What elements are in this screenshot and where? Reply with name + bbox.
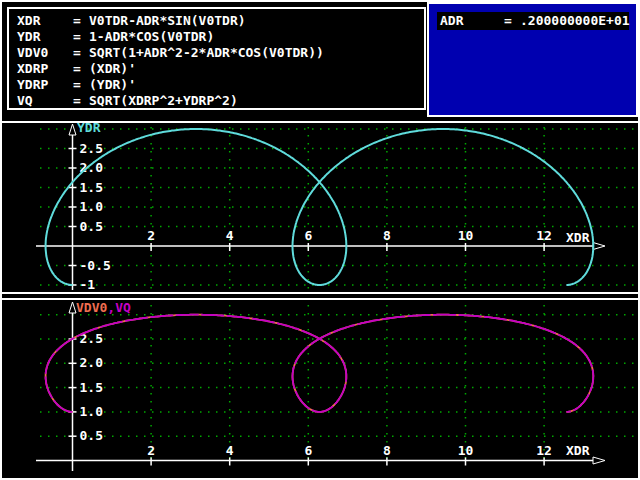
equals-sign: = <box>504 12 520 30</box>
equations-panel: XDR=V0TDR-ADR*SIN(V0TDR) YDR=1-ADR*COS(V… <box>7 7 426 110</box>
parameter-name: ADR <box>440 12 504 30</box>
equation-row: YDR=1-ADR*COS(V0TDR) <box>17 29 424 45</box>
equation-row: VDV0=SQRT(1+ADR^2-2*ADR*COS(V0TDR)) <box>17 45 424 61</box>
equation-expression: (XDR)' <box>89 61 136 76</box>
equation-row: XDR=V0TDR-ADR*SIN(V0TDR) <box>17 13 424 29</box>
equals-sign: = <box>73 29 89 45</box>
svg-text:0.5: 0.5 <box>80 219 103 234</box>
svg-text:1.0: 1.0 <box>80 404 104 419</box>
svg-text:2.0: 2.0 <box>80 160 104 175</box>
plot-ydr-chart: 246810122.52.01.51.00.5-0.5-1 <box>2 123 638 292</box>
equation-expression: (YDR)' <box>89 77 136 92</box>
equation-row: XDRP=(XDR)' <box>17 61 424 77</box>
svg-text:6: 6 <box>304 228 312 243</box>
svg-text:6: 6 <box>304 443 312 458</box>
svg-text:2.5: 2.5 <box>80 141 103 156</box>
equation-row: VQ=SQRT(XDRP^2+YDRP^2) <box>17 93 424 109</box>
equation-expression: V0TDR-ADR*SIN(V0TDR) <box>89 13 246 28</box>
plot2-x-axis-label: XDR <box>566 444 589 457</box>
svg-text:2: 2 <box>147 228 155 243</box>
equals-sign: = <box>73 61 89 77</box>
series-label-vq: VQ <box>115 300 131 315</box>
svg-text:12: 12 <box>536 443 552 458</box>
svg-text:0.5: 0.5 <box>80 428 103 443</box>
equation-name: XDRP <box>17 61 73 77</box>
equation-name: XDR <box>17 13 73 29</box>
series-label-vdv0: VDV0 <box>76 300 107 315</box>
equation-name: VQ <box>17 93 73 109</box>
plot2-y-axis-label: VDV0,VQ <box>76 301 131 314</box>
svg-text:1.0: 1.0 <box>80 199 104 214</box>
plot-vdv0-vq-chart: 246810122.52.01.51.00.5 <box>2 300 638 478</box>
svg-text:-0.5: -0.5 <box>80 258 111 273</box>
svg-text:8: 8 <box>383 228 391 243</box>
svg-text:2.0: 2.0 <box>80 355 104 370</box>
equation-name: YDRP <box>17 77 73 93</box>
plot-vdv0-vq-panel: 246810122.52.01.51.00.5 VDV0,VQ XDR <box>2 298 638 478</box>
svg-text:10: 10 <box>458 228 474 243</box>
svg-text:8: 8 <box>383 443 391 458</box>
equation-name: VDV0 <box>17 45 73 61</box>
svg-text:10: 10 <box>458 443 474 458</box>
svg-text:1.5: 1.5 <box>80 380 103 395</box>
parameter-panel: ADR=.200000000E+01 <box>427 2 638 117</box>
program-screen: XDR=V0TDR-ADR*SIN(V0TDR) YDR=1-ADR*COS(V… <box>0 0 640 480</box>
equals-sign: = <box>73 13 89 29</box>
equals-sign: = <box>73 93 89 109</box>
svg-text:-1: -1 <box>80 277 96 292</box>
plot-ydr-panel: 246810122.52.01.51.00.5-0.5-1 YDR XDR <box>2 121 638 294</box>
equation-expression: 1-ADR*COS(V0TDR) <box>89 29 214 44</box>
equation-expression: SQRT(1+ADR^2-2*ADR*COS(V0TDR)) <box>89 45 324 60</box>
plot1-x-axis-label: XDR <box>566 231 589 244</box>
svg-text:1.5: 1.5 <box>80 180 103 195</box>
svg-text:4: 4 <box>226 228 234 243</box>
equals-sign: = <box>73 45 89 61</box>
parameter-value-field[interactable]: ADR=.200000000E+01 <box>437 12 629 30</box>
equation-name: YDR <box>17 29 73 45</box>
equals-sign: = <box>73 77 89 93</box>
equation-row: YDRP=(YDR)' <box>17 77 424 93</box>
svg-text:4: 4 <box>226 443 234 458</box>
svg-text:12: 12 <box>536 228 552 243</box>
equation-expression: SQRT(XDRP^2+YDRP^2) <box>89 93 238 108</box>
plot1-y-axis-label: YDR <box>77 121 100 134</box>
parameter-value: .200000000E+01 <box>520 13 630 28</box>
svg-text:2: 2 <box>147 443 155 458</box>
label-separator: , <box>107 300 115 315</box>
